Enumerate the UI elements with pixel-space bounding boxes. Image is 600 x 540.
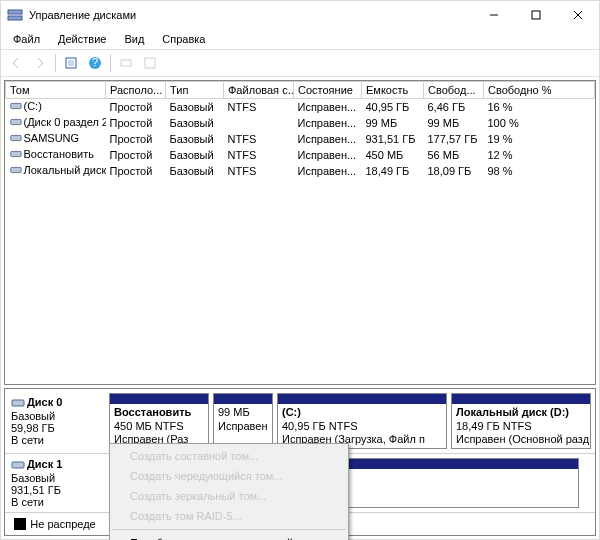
volume-type: Базовый [166,99,224,116]
svg-rect-12 [10,104,20,109]
disk-type: Базовый [11,472,99,484]
menu-help[interactable]: Справка [154,31,213,47]
partition-size: 18,49 ГБ NTFS [456,420,586,433]
partition-size: 40,95 ГБ NTFS [282,420,442,433]
partition-status: Исправен (Основной разд [456,433,586,446]
menu-action[interactable]: Действие [50,31,114,47]
menu-view[interactable]: Вид [116,31,152,47]
volume-row[interactable]: (Диск 0 раздел 2)ПростойБазовыйИсправен.… [6,115,595,131]
svg-rect-15 [10,152,20,157]
disk-name: Диск 0 [27,396,62,408]
titlebar: Управление дисками [1,1,599,29]
volume-free: 177,57 ГБ [424,131,484,147]
app-icon [7,7,23,23]
col-status[interactable]: Состояние [294,82,362,99]
svg-rect-14 [10,136,20,141]
context-menu[interactable]: Создать составной том...Создать чередующ… [109,443,349,540]
volume-type: Базовый [166,163,224,179]
volume-status: Исправен... [294,115,362,131]
svg-rect-11 [145,58,155,68]
volume-icon [10,164,22,178]
partition-status: Исправен [218,420,268,433]
svg-rect-18 [12,462,24,468]
col-type[interactable]: Тип [166,82,224,99]
volume-row[interactable]: (C:)ПростойБазовыйNTFSИсправен...40,95 Г… [6,99,595,116]
col-capacity[interactable]: Емкость [362,82,424,99]
column-headers[interactable]: Том Располо... Тип Файловая с... Состоян… [6,82,595,99]
context-menu-item[interactable]: Преобразовать в динамический диск... [110,533,348,540]
disk-status: В сети [11,496,99,508]
volume-fs: NTFS [224,147,294,163]
volume-layout: Простой [106,163,166,179]
volume-capacity: 450 МБ [362,147,424,163]
partition-title: Восстановить [114,406,204,419]
svg-rect-13 [10,120,20,125]
maximize-button[interactable] [515,1,557,29]
volume-capacity: 99 МБ [362,115,424,131]
col-freepct[interactable]: Свободно % [484,82,595,99]
partition-title: Локальный диск (D:) [456,406,586,419]
menubar: Файл Действие Вид Справка [1,29,599,49]
help-button[interactable]: ? [84,52,106,74]
partition[interactable]: 99 МБИсправен [213,393,273,449]
volume-fs: NTFS [224,99,294,116]
disk-size: 931,51 ГБ [11,484,99,496]
svg-rect-17 [12,400,24,406]
toolbar: ? [1,49,599,77]
context-menu-item: Создать том RAID-5... [110,506,348,526]
volume-free: 56 МБ [424,147,484,163]
partition[interactable]: Локальный диск (D:)18,49 ГБ NTFSИсправен… [451,393,591,449]
back-button [5,52,27,74]
disk-label[interactable]: Диск 1Базовый931,51 ГБВ сети [5,454,105,512]
svg-rect-1 [8,16,22,20]
context-menu-item: Создать составной том... [110,446,348,466]
volume-fs: NTFS [224,131,294,147]
volume-type: Базовый [166,131,224,147]
volume-freepct: 16 % [484,99,595,116]
volume-type: Базовый [166,115,224,131]
volume-status: Исправен... [294,147,362,163]
partition[interactable]: (C:)40,95 ГБ NTFSИсправен (Загрузка, Фай… [277,393,447,449]
minimize-button[interactable] [473,1,515,29]
volume-free: 18,09 ГБ [424,163,484,179]
forward-button [29,52,51,74]
volume-icon [10,116,22,130]
partition-bar [110,394,208,404]
volume-freepct: 12 % [484,147,595,163]
volume-capacity: 40,95 ГБ [362,99,424,116]
context-menu-item: Создать чередующийся том... [110,466,348,486]
volume-name: (C:) [24,100,42,112]
close-button[interactable] [557,1,599,29]
col-volume[interactable]: Том [6,82,106,99]
disk-label[interactable]: Диск 0Базовый59,98 ГБВ сети [5,389,105,453]
partition-bar [452,394,590,404]
volume-freepct: 19 % [484,131,595,147]
partition-size: 450 МБ NTFS [114,420,204,433]
context-menu-separator [112,529,346,530]
volume-name: (Диск 0 раздел 2) [24,116,106,128]
volume-freepct: 100 % [484,115,595,131]
volume-layout: Простой [106,99,166,116]
volume-layout: Простой [106,115,166,131]
toolbar-extra-1 [115,52,137,74]
volume-row[interactable]: ВосстановитьПростойБазовыйNTFSИсправен..… [6,147,595,163]
volume-row[interactable]: SAMSUNGПростойБазовыйNTFSИсправен...931,… [6,131,595,147]
refresh-button[interactable] [60,52,82,74]
partition-bar [214,394,272,404]
col-layout[interactable]: Располо... [106,82,166,99]
volume-name: Локальный диск (... [24,164,106,176]
volumes-list[interactable]: Том Располо... Тип Файловая с... Состоян… [4,80,596,385]
col-free[interactable]: Свобод... [424,82,484,99]
disk-type: Базовый [11,410,99,422]
svg-rect-0 [8,10,22,14]
legend-swatch [14,518,26,530]
menu-file[interactable]: Файл [5,31,48,47]
col-fs[interactable]: Файловая с... [224,82,294,99]
volume-free: 6,46 ГБ [424,99,484,116]
toolbar-extra-2 [139,52,161,74]
volume-row[interactable]: Локальный диск (...ПростойБазовыйNTFSИсп… [6,163,595,179]
partition-size: 99 МБ [218,406,268,419]
volume-icon [10,132,22,146]
svg-rect-3 [532,11,540,19]
partition[interactable]: Восстановить450 МБ NTFSИсправен (Раз [109,393,209,449]
